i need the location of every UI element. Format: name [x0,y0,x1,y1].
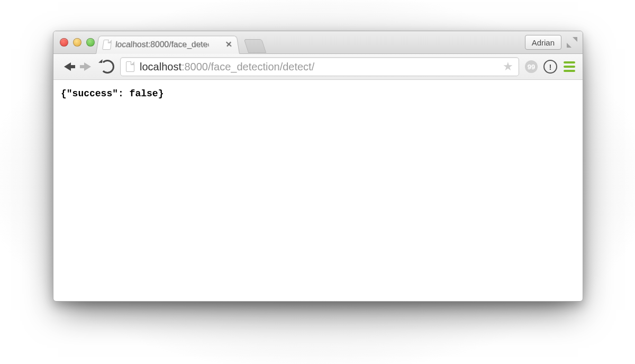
url-host: localhost [140,61,182,72]
tab-strip: localhost:8000/face_detec [96,34,264,54]
adblock-icon: ! [543,60,557,74]
navigation-toolbar: localhost:8000/face_detection/detect/ ★ … [53,54,583,80]
close-window-button[interactable] [60,38,68,47]
reload-button[interactable] [100,59,115,74]
close-tab-icon[interactable] [225,41,233,48]
tab-title: localhost:8000/face_detec [115,40,209,49]
minimize-window-button[interactable] [73,38,81,47]
hangouts-icon: 99 [525,60,538,73]
chrome-menu-button[interactable] [563,60,576,74]
profile-button[interactable]: Adrian [525,35,561,50]
hamburger-icon [564,61,575,72]
arrow-right-icon [84,62,91,71]
page-content: {"success": false} [53,80,583,107]
desktop-background: localhost:8000/face_detec Adrian localho… [0,0,635,364]
title-bar-right: Adrian [525,35,577,50]
file-icon [102,40,112,50]
zoom-window-button[interactable] [86,38,95,47]
window-controls [60,38,95,47]
profile-name: Adrian [532,38,555,47]
adblock-extension-button[interactable]: ! [543,60,557,74]
file-icon [126,61,134,72]
arrow-left-icon [64,62,71,71]
browser-window: localhost:8000/face_detec Adrian localho… [53,31,583,302]
reload-icon [101,60,114,74]
hangouts-extension-button[interactable]: 99 [524,60,538,74]
url-text: localhost:8000/face_detection/detect/ [140,61,314,73]
forward-button[interactable] [80,59,95,74]
back-button[interactable] [60,59,75,74]
browser-tab-active[interactable]: localhost:8000/face_detec [96,36,240,54]
title-bar: localhost:8000/face_detec Adrian [53,31,583,54]
new-tab-button[interactable] [244,39,266,53]
bookmark-star-icon[interactable]: ★ [503,60,513,74]
address-bar[interactable]: localhost:8000/face_detection/detect/ ★ [120,57,519,76]
fullscreen-icon[interactable] [567,37,577,48]
response-body: {"success": false} [61,88,164,99]
url-path: :8000/face_detection/detect/ [182,61,314,72]
